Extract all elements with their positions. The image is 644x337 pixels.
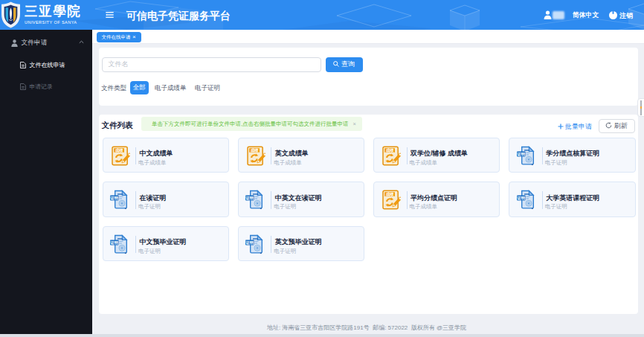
- svg-text:证明: 证明: [517, 151, 525, 156]
- svg-text:证明: 证明: [245, 240, 254, 245]
- svg-text:证明: 证明: [110, 240, 118, 245]
- svg-text:成绩: 成绩: [385, 192, 394, 196]
- svg-text:成绩: 成绩: [114, 147, 123, 152]
- svg-text:证明: 证明: [517, 196, 525, 201]
- svg-text:证明: 证明: [110, 196, 118, 201]
- svg-text:成绩: 成绩: [249, 147, 258, 152]
- svg-text:成绩: 成绩: [385, 147, 394, 152]
- svg-text:证明: 证明: [245, 196, 254, 201]
